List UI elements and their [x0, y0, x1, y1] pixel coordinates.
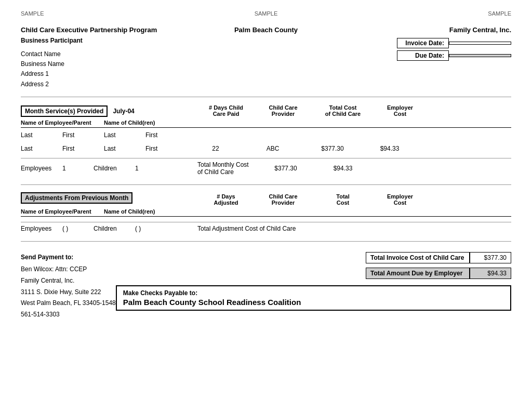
- row0-employer-cost: $94.33: [364, 145, 416, 152]
- month-value: July-04: [113, 108, 134, 115]
- adj-top-row: Adjustments From Previous Month # Days A…: [21, 192, 511, 206]
- total-employer-label: Total Amount Due by Employer: [366, 268, 470, 279]
- row0-days: 22: [187, 145, 244, 152]
- payment-block: Send Payment to: Ben Wilcox: Attn: CCEP …: [21, 252, 116, 321]
- family-central: Family Central, Inc.: [348, 26, 511, 34]
- adj-name-headers-row: Name of Employee/Parent Name of Child(re…: [21, 207, 511, 217]
- service-top-row: Month Service(s) Provided July-04 # Days…: [21, 104, 511, 117]
- month-box: Month Service(s) Provided: [21, 105, 108, 117]
- total-invoice-value: $377.30: [470, 252, 511, 263]
- adj-col-header-provider: Child Care Provider: [255, 193, 312, 206]
- page: SAMPLE SAMPLE SAMPLE Child Care Executiv…: [0, 0, 532, 411]
- checks-org: Palm Beach County School Readiness Coali…: [123, 298, 504, 307]
- emp-first-label: First: [62, 131, 104, 139]
- name-labels-row: Last First Last First: [21, 130, 511, 140]
- col-header-total-cost: Total Cost of Child Care: [312, 104, 374, 117]
- header-left: Child Care Executive Partnership Program…: [21, 26, 184, 89]
- header-divider: [21, 97, 511, 97]
- adj-header-box: Adjustments From Previous Month: [21, 192, 132, 204]
- child-last-label: Last: [104, 131, 145, 139]
- row0-provider: ABC: [244, 145, 301, 152]
- invoice-date-label: Invoice Date:: [397, 38, 449, 48]
- total-invoice-label: Total Invoice Cost of Child Care: [366, 252, 470, 263]
- total-monthly-cost: $377.30: [255, 165, 317, 172]
- adj-col-headers: # Days Adjusted Child Care Provider Tota…: [197, 193, 426, 206]
- adj-col-header-days: # Days Adjusted: [197, 193, 255, 206]
- col-header-days: # Days Child Care Paid: [197, 104, 255, 117]
- payment-line5: 561-514-3303: [21, 309, 116, 321]
- adj-employee-parent-header: Name of Employee/Parent: [21, 208, 104, 215]
- children-count: 1: [135, 165, 197, 172]
- name-headers-row: Name of Employee/Parent Name of Child(re…: [21, 118, 511, 128]
- adj-totals-row: Employees ( ) Children ( ) Total Adjustm…: [21, 222, 511, 234]
- business-name: Business Name: [21, 59, 184, 69]
- adj-children-header: Name of Child(ren): [104, 208, 197, 215]
- payment-line4: West Palm Beach, FL 33405-1548: [21, 298, 116, 309]
- row0-total-cost: $377.30: [301, 145, 364, 152]
- payment-line3: 3111 S. Dixie Hwy, Suite 222: [21, 287, 116, 298]
- emp-last-label: Last: [21, 131, 62, 139]
- adj-total-label: Total Adjustment Cost of Child Care: [197, 225, 312, 232]
- total-employer-value: $94.33: [470, 268, 511, 279]
- children-header: Name of Child(ren): [104, 120, 197, 126]
- employee-parent-header: Name of Employee/Parent: [21, 120, 104, 126]
- total-employer-row: Total Amount Due by Employer $94.33: [366, 268, 511, 279]
- payment-line1: Ben Wilcox: Attn: CCEP: [21, 264, 116, 275]
- row0-child-first: First: [145, 145, 187, 152]
- employees-label: Employees: [21, 165, 62, 172]
- header-section: Child Care Executive Partnership Program…: [21, 26, 511, 89]
- contact-name: Contact Name: [21, 49, 184, 59]
- adj-col-header-total: Total Cost: [312, 193, 374, 206]
- adj-name-sub-headers: Name of Employee/Parent Name of Child(re…: [21, 208, 197, 215]
- name-sub-headers: Name of Employee/Parent Name of Child(re…: [21, 120, 197, 126]
- header-center: Palm Beach County: [184, 26, 348, 89]
- invoice-date-value[interactable]: [449, 42, 511, 45]
- section-divider: [21, 184, 511, 185]
- child-first-label: First: [145, 131, 187, 139]
- due-date-label: Due Date:: [397, 50, 449, 61]
- col-header-employer-cost: Employer Cost: [374, 104, 426, 117]
- children-label: Children: [94, 165, 135, 172]
- county-name: Palm Beach County: [184, 26, 348, 34]
- right-summary: Total Invoice Cost of Child Care $377.30…: [116, 252, 511, 311]
- invoice-date-row: Invoice Date:: [348, 38, 511, 48]
- service-data-row-0: Last First Last First 22 ABC $377.30 $94…: [21, 143, 511, 154]
- header-right: Family Central, Inc. Invoice Date: Due D…: [348, 26, 511, 89]
- due-date-value[interactable]: [449, 54, 511, 57]
- employees-count: 1: [62, 165, 94, 172]
- service-col-headers: # Days Child Care Paid Child Care Provid…: [197, 104, 426, 117]
- adjustments-section: Adjustments From Previous Month # Days A…: [21, 192, 511, 234]
- month-label: Month Service(s) Provided: [25, 108, 103, 115]
- checks-title: Make Checks Payable to:: [123, 289, 504, 297]
- row0-emp-last: Last: [21, 145, 62, 152]
- row0-child-last: Last: [104, 145, 145, 152]
- adj-employees-count: ( ): [62, 225, 94, 232]
- watermark-left: SAMPLE: [21, 10, 44, 17]
- col-header-provider: Child Care Provider: [255, 104, 312, 117]
- total-monthly-employer: $94.33: [317, 165, 369, 172]
- service-top-left: Month Service(s) Provided July-04: [21, 105, 197, 117]
- adj-children-label: Children: [94, 225, 135, 232]
- bottom-divider: [21, 241, 511, 242]
- total-invoice-row: Total Invoice Cost of Child Care $377.30: [366, 252, 511, 263]
- address1: Address 1: [21, 69, 184, 79]
- row0-emp-first: First: [62, 145, 104, 152]
- payment-line2: Family Central, Inc.: [21, 275, 116, 287]
- address2: Address 2: [21, 79, 184, 89]
- program-title: Child Care Executive Partnership Program: [21, 26, 184, 34]
- watermark-row: SAMPLE SAMPLE SAMPLE: [21, 10, 511, 17]
- summary-section: Send Payment to: Ben Wilcox: Attn: CCEP …: [21, 252, 511, 321]
- watermark-center: SAMPLE: [255, 10, 278, 17]
- adj-col-header-employer: Employer Cost: [374, 193, 426, 206]
- checks-box: Make Checks Payable to: Palm Beach Count…: [116, 285, 511, 311]
- total-monthly-label: Total Monthly Cost of Child Care: [197, 161, 255, 176]
- business-participant: Business Participant: [21, 37, 184, 44]
- payment-title: Send Payment to:: [21, 252, 116, 263]
- service-section: Month Service(s) Provided July-04 # Days…: [21, 104, 511, 177]
- due-date-row: Due Date:: [348, 50, 511, 61]
- adj-top-left: Adjustments From Previous Month: [21, 192, 197, 206]
- adj-children-count: ( ): [135, 225, 197, 232]
- service-totals-row: Employees 1 Children 1 Total Monthly Cos…: [21, 158, 511, 177]
- watermark-right: SAMPLE: [488, 10, 511, 17]
- contact-block: Contact Name Business Name Address 1 Add…: [21, 49, 184, 89]
